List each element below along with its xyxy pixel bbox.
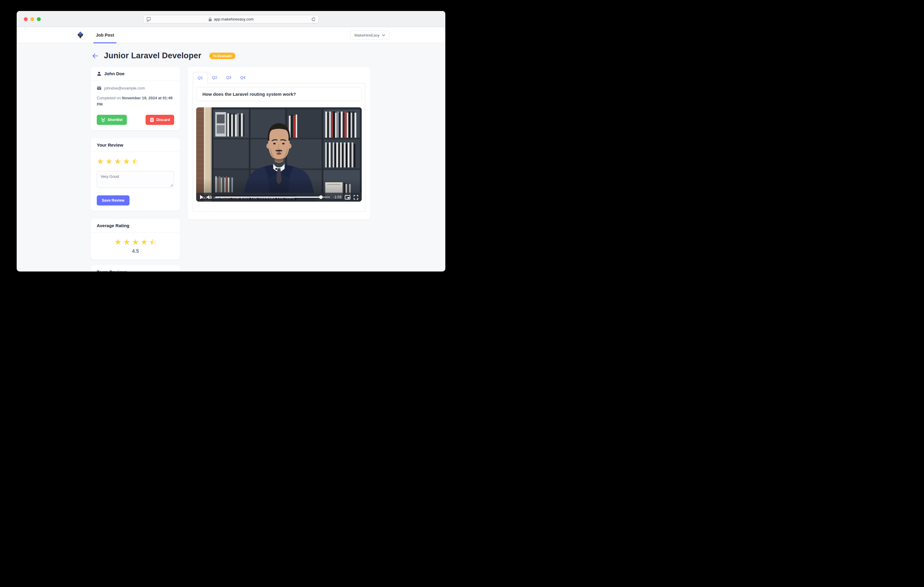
lock-icon xyxy=(208,17,212,21)
average-rating-title: Average Rating xyxy=(97,223,129,228)
tab-q1[interactable]: Q1 xyxy=(193,72,208,84)
sidebar-icon[interactable] xyxy=(146,17,151,22)
team-reviews-card: Team Reviews xyxy=(91,265,180,271)
average-rating-value: 4.5 xyxy=(97,248,174,254)
address-bar[interactable]: app.makehireeasy.com xyxy=(143,15,319,23)
completed-on-text: Completed on November 19, 2024 at 01:49 … xyxy=(97,95,174,108)
chevron-down-icon xyxy=(382,34,385,36)
status-badge: To Evaluate xyxy=(209,53,235,59)
your-review-title: Your Review xyxy=(97,143,123,148)
resize-handle-icon[interactable] xyxy=(170,184,173,187)
save-review-button[interactable]: Save Review xyxy=(97,196,129,206)
candidate-email: johndoe@example.com xyxy=(104,86,145,90)
video-progress-bar[interactable] xyxy=(215,197,330,198)
discard-button[interactable]: Discard xyxy=(145,115,174,125)
tab-q3[interactable]: Q3 xyxy=(222,72,236,83)
tab-q2[interactable]: Q2 xyxy=(208,72,221,83)
your-review-stars[interactable]: ★★★★☆★ xyxy=(97,157,174,165)
close-window-button[interactable] xyxy=(24,17,28,21)
video-progress-fill xyxy=(215,197,321,198)
reload-icon[interactable] xyxy=(311,17,316,22)
tab-content: How does the Laravel routing system work… xyxy=(193,84,365,212)
nav-tab-job-post[interactable]: Job Post xyxy=(94,27,116,43)
average-rating-stars: ★★★★☆★ xyxy=(97,238,174,246)
answers-card: Q1 Q2 Q3 Q4 How does the Laravel routing… xyxy=(188,67,370,219)
video-player[interactable]: DO A CHECKLIST AND RATE THE ANSWERS YOU … xyxy=(196,107,362,202)
browser-toolbar: app.makehireeasy.com xyxy=(16,11,446,27)
question-tabs: Q1 Q2 Q3 Q4 xyxy=(193,72,365,84)
your-review-card: Your Review ★★★★☆★ Very Good Save Review xyxy=(91,138,180,211)
minimize-window-button[interactable] xyxy=(30,17,34,21)
video-time-remaining: -1:03 xyxy=(333,195,342,199)
workspace-dropdown-button[interactable]: MakeHireEasy xyxy=(350,31,389,39)
envelope-icon xyxy=(97,86,102,90)
volume-icon[interactable] xyxy=(206,195,212,199)
average-rating-card: Average Rating ★★★★☆★ 4.5 xyxy=(91,219,180,260)
zoom-window-button[interactable] xyxy=(37,17,41,21)
page-title: Junior Laravel Developer xyxy=(104,51,201,60)
picture-in-picture-icon[interactable] xyxy=(345,195,350,199)
candidate-name: John Doe xyxy=(104,71,124,76)
tab-q4[interactable]: Q4 xyxy=(236,72,250,83)
back-arrow-button[interactable] xyxy=(92,53,99,59)
browser-window: app.makehireeasy.com Job Post MakeHireEa… xyxy=(16,11,446,271)
question-text: How does the Laravel routing system work… xyxy=(196,87,362,101)
medal-icon xyxy=(101,117,106,122)
archive-down-icon xyxy=(150,117,154,122)
active-tab-underline xyxy=(94,42,116,43)
fullscreen-icon[interactable] xyxy=(354,195,358,199)
page-content: Junior Laravel Developer To Evaluate Joh… xyxy=(16,43,446,271)
user-icon xyxy=(97,71,102,76)
app-logo-icon[interactable] xyxy=(76,31,84,40)
video-subtitle: DO A CHECKLIST AND RATE THE ANSWERS YOU … xyxy=(200,196,297,200)
video-frame xyxy=(196,107,362,202)
app-header: Job Post MakeHireEasy xyxy=(16,27,446,43)
team-reviews-title: Team Reviews xyxy=(97,270,127,271)
candidate-card: John Doe johndoe@example.com Completed o… xyxy=(91,67,180,130)
shortlist-button[interactable]: Shortlist xyxy=(97,115,127,125)
video-controls-bar: -1:03 xyxy=(196,193,362,202)
play-icon[interactable] xyxy=(200,195,203,199)
url-text: app.makehireeasy.com xyxy=(214,17,253,21)
review-comment-input[interactable]: Very Good xyxy=(97,171,174,188)
